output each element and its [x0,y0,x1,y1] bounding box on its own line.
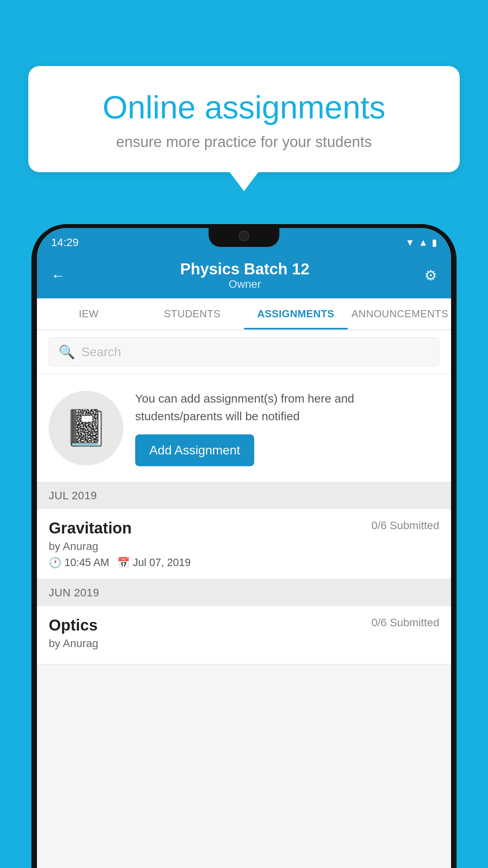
app-header: ← Physics Batch 12 Owner ⚙ [37,253,451,298]
phone-notch [209,224,279,247]
phone-camera [238,230,250,241]
search-placeholder: Search [81,345,121,359]
tab-iew[interactable]: IEW [37,298,141,329]
tab-assignments[interactable]: ASSIGNMENTS [244,298,348,329]
meta-date: 📅 Jul 07, 2019 [117,557,191,569]
section-header-jul: JUL 2019 [37,482,451,509]
wifi-icon: ▼ [405,237,415,248]
search-input-wrap[interactable]: 🔍 Search [49,337,439,366]
assignment-top-row-optics: Optics 0/6 Submitted [49,616,439,634]
header-center: Physics Batch 12 Owner [180,260,309,291]
assignment-time: 10:45 AM [64,557,109,569]
tabs-bar: IEW STUDENTS ASSIGNMENTS ANNOUNCEMENTS [37,298,451,330]
assignment-meta: 🕐 10:45 AM 📅 Jul 07, 2019 [49,557,439,569]
signal-icon: ▲ [418,237,428,248]
promo-description: You can add assignment(s) from here and … [135,390,439,425]
phone-screen: 14:29 ▼ ▲ ▮ ← Physics Batch 12 Owner ⚙ I… [37,228,451,868]
back-button[interactable]: ← [51,267,65,284]
phone-frame: 14:29 ▼ ▲ ▮ ← Physics Batch 12 Owner ⚙ I… [31,224,457,868]
header-title: Physics Batch 12 [180,260,309,278]
assignment-top-row: Gravitation 0/6 Submitted [49,519,439,537]
bubble-title: Online assignments [56,90,432,125]
tab-announcements[interactable]: ANNOUNCEMENTS [348,298,451,329]
add-assignment-button[interactable]: Add Assignment [135,434,254,466]
assignment-by-optics: by Anurag [49,637,439,650]
assignment-name-optics: Optics [49,616,97,634]
assignment-submitted: 0/6 Submitted [371,519,439,532]
notebook-icon: 📓 [64,407,108,449]
header-subtitle: Owner [180,278,309,291]
assignment-date: Jul 07, 2019 [133,557,191,569]
settings-icon[interactable]: ⚙ [424,267,437,284]
section-header-jun: JUN 2019 [37,579,451,606]
speech-bubble: Online assignments ensure more practice … [28,66,460,172]
search-icon: 🔍 [59,344,75,360]
bubble-subtitle: ensure more practice for your students [56,134,432,151]
promo-text-area: You can add assignment(s) from here and … [135,390,439,466]
assignment-name: Gravitation [49,519,132,537]
promo-block: 📓 You can add assignment(s) from here an… [37,374,451,482]
tab-students[interactable]: STUDENTS [141,298,244,329]
assignment-item-optics[interactable]: Optics 0/6 Submitted by Anurag [37,606,451,664]
search-bar: 🔍 Search [37,330,451,374]
assignment-submitted-optics: 0/6 Submitted [371,616,439,629]
battery-icon: ▮ [432,237,437,248]
status-icons: ▼ ▲ ▮ [405,237,437,248]
meta-time: 🕐 10:45 AM [49,557,109,569]
calendar-icon: 📅 [117,557,130,569]
clock-icon: 🕐 [49,557,61,569]
promo-icon-circle: 📓 [49,391,123,465]
assignment-by: by Anurag [49,540,439,553]
status-time: 14:29 [51,236,79,249]
assignment-item-gravitation[interactable]: Gravitation 0/6 Submitted by Anurag 🕐 10… [37,509,451,579]
